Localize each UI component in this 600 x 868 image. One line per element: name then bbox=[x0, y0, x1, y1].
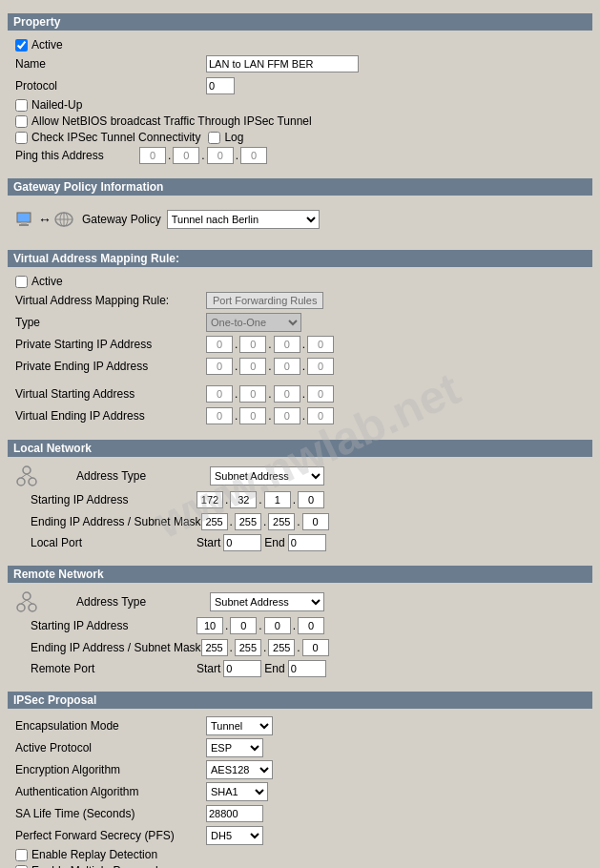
ping-ip-1[interactable] bbox=[139, 147, 166, 164]
remote-start-ip-1[interactable] bbox=[197, 617, 223, 634]
local-end-input[interactable] bbox=[288, 534, 326, 551]
gateway-header: Gateway Policy Information bbox=[8, 178, 592, 196]
active-label: Active bbox=[31, 38, 63, 52]
remote-end-ip-4[interactable] bbox=[302, 639, 329, 656]
name-input[interactable] bbox=[206, 55, 359, 72]
virtual-start-ip: . . . bbox=[206, 385, 334, 403]
local-start-ip-4[interactable] bbox=[298, 491, 324, 508]
active-protocol-label: Active Protocol bbox=[15, 741, 206, 754]
network-icon bbox=[53, 209, 74, 230]
nailed-up-checkbox[interactable] bbox=[15, 99, 28, 112]
remote-end-input[interactable] bbox=[288, 660, 326, 677]
local-port-row: Local Port Start End bbox=[15, 534, 585, 551]
private-end-ip-4[interactable] bbox=[307, 358, 334, 375]
local-end-ip-4[interactable] bbox=[302, 513, 329, 530]
virtual-start-row: Virtual Starting Address . . . bbox=[15, 384, 585, 403]
private-start-ip-4[interactable] bbox=[307, 336, 334, 353]
multiple-proposals-label: Enable Multiple Proposals bbox=[31, 864, 164, 868]
remote-end-ip-2[interactable] bbox=[235, 639, 261, 656]
pfs-label: Perfect Forward Secrecy (PFS) bbox=[15, 829, 206, 842]
svg-point-14 bbox=[29, 604, 36, 611]
property-header: Property bbox=[8, 13, 592, 31]
private-start-ip: . . . bbox=[206, 336, 334, 353]
log-checkbox[interactable] bbox=[208, 132, 220, 144]
local-end-ip-1[interactable] bbox=[201, 513, 228, 530]
remote-start-ip-3[interactable] bbox=[264, 617, 291, 634]
private-start-label: Private Starting IP Address bbox=[15, 338, 206, 351]
ping-ip-4[interactable] bbox=[240, 147, 267, 164]
virtual-end-ip-1[interactable] bbox=[206, 407, 233, 424]
pfs-select[interactable]: DH5 bbox=[206, 826, 263, 845]
virtual-start-ip-3[interactable] bbox=[274, 385, 300, 403]
check-ipsec-checkbox[interactable] bbox=[15, 132, 28, 144]
remote-address-type-select[interactable]: Subnet Address bbox=[210, 592, 324, 611]
private-end-ip-1[interactable] bbox=[206, 358, 233, 375]
remote-end-ip-1[interactable] bbox=[201, 639, 228, 656]
active-protocol-select[interactable]: ESP bbox=[206, 738, 263, 757]
encap-mode-select[interactable]: Tunnel bbox=[206, 716, 273, 735]
netbios-row: Allow NetBIOS broadcast Traffic Through … bbox=[15, 114, 585, 128]
active-row: Active bbox=[15, 38, 585, 52]
remote-network-title: Remote Network bbox=[13, 568, 104, 581]
gateway-policy-select[interactable]: Tunnel nach Berlin bbox=[167, 210, 320, 229]
private-start-ip-2[interactable] bbox=[239, 336, 266, 353]
mapping-rule-row: Virtual Address Mapping Rule: Port Forwa… bbox=[15, 291, 585, 310]
virtual-end-ip-3[interactable] bbox=[274, 407, 300, 424]
remote-ending-ip-row: Ending IP Address / Subnet Mask . . . bbox=[15, 638, 585, 657]
remote-network-section: Address Type Subnet Address Starting IP … bbox=[8, 587, 592, 686]
local-start-ip-2[interactable] bbox=[230, 491, 257, 508]
mapping-rule-button[interactable]: Port Forwarding Rules bbox=[206, 292, 323, 309]
remote-ending-ip-label: Ending IP Address / Subnet Mask bbox=[15, 641, 201, 654]
private-start-row: Private Starting IP Address . . . bbox=[15, 335, 585, 354]
replay-detection-checkbox[interactable] bbox=[15, 849, 28, 861]
remote-starting-ip-row: Starting IP Address . . . bbox=[15, 616, 585, 635]
local-starting-ip-row: Starting IP Address . . . bbox=[15, 490, 585, 509]
local-end-ip-3[interactable] bbox=[268, 513, 295, 530]
type-select[interactable]: One-to-One bbox=[206, 313, 301, 332]
encryption-select[interactable]: AES128 bbox=[206, 760, 273, 779]
virtual-end-ip: . . . bbox=[206, 407, 334, 424]
local-starting-ip: . . . bbox=[197, 491, 324, 508]
ping-ip-group: . . . bbox=[139, 147, 267, 164]
virtual-end-ip-2[interactable] bbox=[239, 407, 266, 424]
remote-start-input[interactable] bbox=[223, 660, 261, 677]
virtual-start-ip-1[interactable] bbox=[206, 385, 233, 403]
protocol-label: Protocol bbox=[15, 79, 206, 93]
multiple-proposals-row: Enable Multiple Proposals bbox=[15, 864, 585, 868]
private-start-ip-1[interactable] bbox=[206, 336, 233, 353]
private-start-ip-3[interactable] bbox=[274, 336, 300, 353]
sa-life-input[interactable] bbox=[206, 805, 263, 822]
local-start-ip-1[interactable] bbox=[197, 491, 223, 508]
local-address-type-select[interactable]: Subnet Address bbox=[210, 466, 324, 486]
ping-ip-2[interactable] bbox=[173, 147, 199, 164]
name-label: Name bbox=[15, 57, 206, 71]
active-checkbox[interactable] bbox=[15, 39, 28, 52]
private-end-ip-3[interactable] bbox=[274, 358, 300, 375]
remote-starting-ip-label: Starting IP Address bbox=[15, 619, 197, 632]
protocol-input[interactable] bbox=[206, 77, 235, 94]
virtual-start-ip-4[interactable] bbox=[307, 385, 334, 403]
ping-row: Ping this Address . . . bbox=[15, 147, 585, 164]
auth-algorithm-select[interactable]: SHA1 bbox=[206, 782, 268, 801]
vam-active-checkbox[interactable] bbox=[15, 276, 28, 288]
local-end-ip-2[interactable] bbox=[235, 513, 261, 530]
private-end-ip-2[interactable] bbox=[239, 358, 266, 375]
sa-life-label: SA Life Time (Seconds) bbox=[15, 807, 206, 820]
multiple-proposals-checkbox[interactable] bbox=[15, 865, 28, 869]
netbios-checkbox[interactable] bbox=[15, 115, 28, 128]
local-start-label: Start bbox=[197, 536, 220, 549]
local-end-label: End bbox=[264, 536, 284, 549]
ipsec-header: IPSec Proposal bbox=[8, 692, 592, 709]
virtual-end-row: Virtual Ending IP Address . . . bbox=[15, 406, 585, 425]
local-start-input[interactable] bbox=[223, 534, 261, 551]
virtual-start-ip-2[interactable] bbox=[239, 385, 266, 403]
svg-point-13 bbox=[17, 604, 25, 611]
ping-ip-3[interactable] bbox=[207, 147, 234, 164]
remote-end-ip-3[interactable] bbox=[268, 639, 295, 656]
virtual-end-ip-4[interactable] bbox=[307, 407, 334, 424]
remote-start-ip-4[interactable] bbox=[298, 617, 324, 634]
remote-start-ip-2[interactable] bbox=[230, 617, 257, 634]
encryption-label: Encryption Algorithm bbox=[15, 763, 206, 776]
remote-start-label: Start bbox=[197, 662, 220, 675]
local-start-ip-3[interactable] bbox=[264, 491, 291, 508]
